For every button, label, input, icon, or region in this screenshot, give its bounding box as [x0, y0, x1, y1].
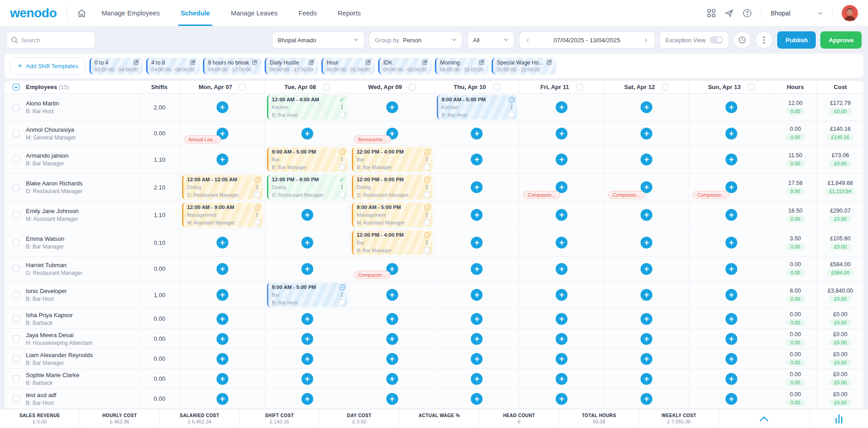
employee-checkbox[interactable]: [13, 184, 20, 191]
add-shift-button[interactable]: +: [471, 128, 483, 139]
nav-item-manage-leaves[interactable]: Manage Leaves: [231, 0, 277, 26]
shift-checkbox[interactable]: [339, 299, 345, 305]
add-shift-button[interactable]: +: [641, 289, 652, 301]
shift-checkbox[interactable]: [254, 219, 260, 225]
send-icon[interactable]: [725, 9, 734, 18]
shift-menu-icon[interactable]: ⋮: [424, 240, 429, 245]
publish-button[interactable]: Publish: [777, 31, 816, 49]
edit-icon[interactable]: [546, 60, 552, 65]
day-select-checkbox[interactable]: [748, 84, 755, 90]
shift-card[interactable]: 12:00 PM - 4:00 PMBarB: Bar Manager↑⋮: [352, 230, 433, 255]
add-shift-button[interactable]: +: [386, 101, 398, 113]
add-shift-button[interactable]: +: [471, 209, 483, 221]
edit-icon[interactable]: [133, 60, 139, 65]
shift-menu-icon[interactable]: ⋮: [509, 105, 514, 110]
leave-badge[interactable]: Compassio...: [693, 191, 730, 199]
shift-card[interactable]: 9:00 AM - 5:00 PMKitchenB: Bar Host−⋮: [437, 95, 518, 119]
add-shift-button[interactable]: +: [556, 154, 567, 165]
add-shift-button[interactable]: +: [641, 128, 652, 139]
shift-template-chip[interactable]: Daily Hustle09:00:00 - 17:00:00: [265, 58, 318, 75]
add-shift-button[interactable]: +: [556, 263, 567, 275]
add-shift-button[interactable]: +: [556, 373, 567, 385]
shift-template-chip[interactable]: IDK00:00:00 - 00:05:00: [378, 58, 432, 75]
add-shift-button[interactable]: +: [386, 393, 398, 405]
add-shift-button[interactable]: +: [725, 101, 737, 113]
employee-checkbox[interactable]: [13, 212, 20, 219]
day-select-checkbox[interactable]: [239, 84, 246, 90]
employee-checkbox[interactable]: [13, 335, 20, 342]
add-shift-button[interactable]: +: [725, 313, 737, 325]
nav-item-manage-employees[interactable]: Manage Employees: [102, 0, 160, 26]
day-select-checkbox[interactable]: [409, 84, 416, 90]
leave-badge[interactable]: Bereaveme...: [354, 135, 391, 144]
add-shift-button[interactable]: +: [725, 333, 737, 345]
select-all-checkbox[interactable]: [13, 84, 20, 90]
history-clock-button[interactable]: [734, 31, 751, 49]
location-dropdown[interactable]: Bhopal: [770, 10, 823, 17]
add-shift-button[interactable]: +: [471, 154, 483, 165]
add-shift-button[interactable]: +: [471, 181, 483, 193]
add-shift-button[interactable]: +: [471, 333, 483, 345]
add-shift-button[interactable]: +: [217, 237, 228, 249]
employee-checkbox[interactable]: [13, 104, 20, 111]
employee-checkbox[interactable]: [13, 239, 20, 246]
employee-checkbox[interactable]: [13, 156, 20, 163]
add-shift-button[interactable]: +: [641, 154, 652, 165]
add-shift-button[interactable]: +: [217, 373, 228, 385]
add-shift-button[interactable]: +: [725, 373, 737, 385]
shift-menu-icon[interactable]: ⋮: [424, 184, 429, 190]
shift-menu-icon[interactable]: ⋮: [424, 212, 429, 218]
add-shift-button[interactable]: +: [386, 373, 398, 385]
add-shift-button[interactable]: +: [556, 128, 567, 139]
nav-item-feeds[interactable]: Feeds: [299, 0, 317, 26]
add-shift-button[interactable]: +: [641, 237, 652, 249]
add-shift-button[interactable]: +: [471, 289, 483, 301]
shift-checkbox[interactable]: [339, 192, 345, 198]
edit-icon[interactable]: [252, 60, 257, 65]
employee-checkbox[interactable]: [13, 375, 20, 382]
add-shift-button[interactable]: +: [725, 209, 737, 221]
shift-checkbox[interactable]: [339, 112, 345, 118]
collapse-stats-button[interactable]: [719, 409, 809, 428]
add-shift-button[interactable]: +: [217, 289, 228, 301]
day-select-checkbox[interactable]: [662, 84, 669, 90]
add-shift-button[interactable]: +: [386, 289, 398, 301]
add-shift-button[interactable]: +: [641, 263, 652, 275]
employee-checkbox[interactable]: [13, 315, 20, 322]
home-icon[interactable]: [77, 9, 86, 18]
add-shift-button[interactable]: +: [556, 101, 567, 113]
add-shift-button[interactable]: +: [556, 353, 567, 365]
nav-item-reports[interactable]: Reports: [338, 0, 361, 26]
add-shift-button[interactable]: +: [725, 237, 737, 249]
shift-menu-icon[interactable]: ⋮: [339, 184, 345, 190]
add-shift-button[interactable]: +: [471, 393, 483, 405]
leave-badge[interactable]: Compassio...: [354, 271, 390, 279]
add-shift-button[interactable]: +: [301, 209, 313, 221]
employee-checkbox[interactable]: [13, 265, 20, 272]
shift-checkbox[interactable]: [424, 192, 430, 198]
add-shift-button[interactable]: +: [641, 353, 652, 365]
shift-checkbox[interactable]: [424, 164, 430, 170]
add-shift-button[interactable]: +: [217, 393, 228, 405]
add-shift-button[interactable]: +: [471, 237, 483, 249]
add-shift-button[interactable]: +: [301, 373, 313, 385]
add-shift-button[interactable]: +: [301, 263, 313, 275]
add-shift-button[interactable]: +: [471, 313, 483, 325]
shift-template-chip[interactable]: 8 hours no break09:00:00 - 17:00:00: [203, 58, 261, 75]
location-filter-dropdown[interactable]: Bhopal Amado: [272, 31, 365, 49]
user-avatar[interactable]: [842, 5, 858, 21]
all-filter-dropdown[interactable]: All: [467, 31, 514, 49]
edit-icon[interactable]: [190, 60, 196, 65]
approve-button[interactable]: Approve: [820, 31, 862, 49]
add-shift-button[interactable]: +: [641, 393, 652, 405]
nav-item-schedule[interactable]: Schedule: [181, 0, 210, 26]
add-shift-button[interactable]: +: [556, 313, 567, 325]
shift-template-chip[interactable]: Special Wage Ho...20:00:00 - 21:00:00: [492, 58, 556, 75]
help-icon[interactable]: [743, 9, 752, 18]
add-shift-button[interactable]: +: [556, 393, 567, 405]
add-shift-button[interactable]: +: [386, 333, 398, 345]
more-options-button[interactable]: [755, 31, 773, 49]
shift-card[interactable]: 12:00 AM - 4:00 AMKitchenB: Bar Host✓⋮: [267, 95, 348, 119]
shift-template-chip[interactable]: 0 to 400:00:00 - 04:00:00: [89, 58, 143, 75]
shift-card[interactable]: 12:00 PM - 9:00 PMDiningD: Restaurant Ma…: [267, 175, 348, 199]
